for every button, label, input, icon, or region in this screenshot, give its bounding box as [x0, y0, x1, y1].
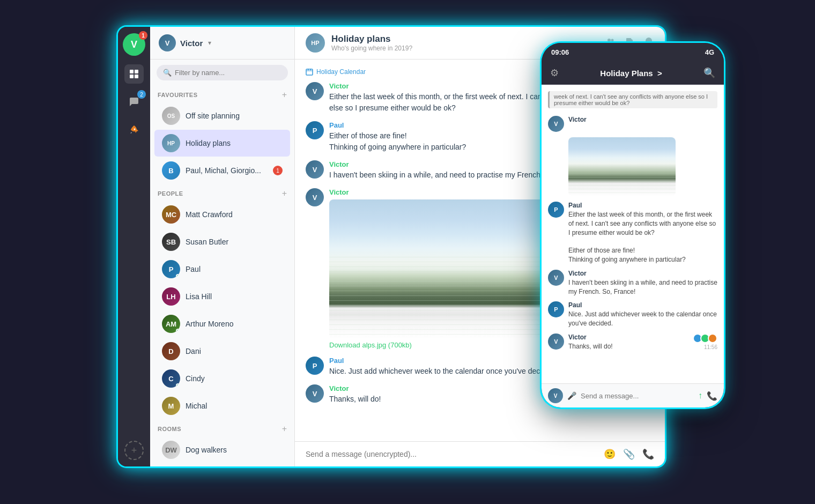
phone-msg-victor-1: V Victor I haven't been skiing in a whil… [548, 270, 717, 297]
icon-sidebar: V 1 2 [118, 27, 150, 466]
rooms-add-btn[interactable]: + [282, 424, 287, 434]
conv-name-group: Paul, Michal, Giorgio... [186, 166, 261, 175]
phone-msg-text-paul-1: Either the last week of this month, or t… [568, 210, 717, 264]
msg-avatar-victor-2: V [306, 160, 324, 179]
phone-msg-name-paul-2: Paul [568, 301, 717, 309]
conv-item-group[interactable]: B Paul, Michal, Giorgio... 1 [154, 157, 290, 184]
message-icon-btn[interactable]: 2 [124, 92, 144, 112]
people-section-header: PEOPLE + [150, 184, 294, 201]
svg-point-5 [607, 39, 611, 42]
conv-name-dani: Dani [186, 347, 201, 355]
conv-avatar-cindy: C [162, 369, 180, 388]
phone-avatar-victor-2: V [548, 270, 564, 286]
phone-avatar-paul-2: P [548, 301, 564, 317]
chat-input-icons: 🙂 📎 📞 [604, 448, 654, 460]
phone-msg-bubble-victor-2: Victor I haven't been skiing in a while,… [568, 270, 717, 297]
search-icon: 🔍 [163, 69, 172, 77]
conv-name-michal: Michal [186, 402, 207, 410]
grid-icon-btn[interactable] [124, 64, 144, 84]
phone-icon[interactable]: 📞 [642, 448, 654, 460]
conv-name-offsite: Off site planning [186, 112, 240, 120]
conv-avatar-susan: SB [162, 233, 180, 251]
add-workspace-btn[interactable]: + [124, 441, 144, 460]
phone-time: 09:06 [551, 48, 569, 56]
conv-name-holiday: Holiday plans [186, 139, 231, 147]
people-label: PEOPLE [158, 190, 183, 197]
msg-avatar-victor-4: V [306, 384, 324, 403]
conv-item-matt[interactable]: MC Matt Crawford [154, 201, 290, 228]
conv-item-cindy[interactable]: C Cindy [154, 365, 290, 392]
conv-item-arthur[interactable]: AM Arthur Moreno [154, 310, 290, 337]
conv-header: V Victor ▾ [150, 27, 294, 60]
conv-avatar-michal: M [162, 397, 180, 415]
search-input[interactable] [175, 69, 281, 77]
conv-name-dog: Dog walkers [186, 446, 227, 454]
phone-send-icon[interactable]: ↑ [698, 391, 702, 401]
conv-item-susan[interactable]: SB Susan Butler [154, 228, 290, 255]
conv-item-holiday[interactable]: HP Holiday plans [154, 130, 290, 157]
phone-call-icon[interactable]: 📞 [707, 391, 717, 401]
conv-name-lisa: Lisa Hill [186, 292, 212, 301]
conv-item-offsite[interactable]: OS Off site planning [154, 102, 290, 129]
phone-chat-input[interactable] [581, 392, 694, 400]
favourites-label: FAVOURITES [158, 92, 197, 98]
conv-name-paul: Paul [186, 265, 201, 273]
conv-header-avatar: V [159, 34, 176, 51]
quote-block: week of next. I can't see any conflicts … [548, 91, 717, 108]
conv-item-dog[interactable]: DW Dog walkers [154, 436, 290, 463]
conv-avatar-paul: P [162, 260, 180, 278]
user-avatar[interactable]: V 1 [123, 33, 145, 56]
msg-avatar-paul-1: P [306, 121, 324, 139]
phone-avatar-victor-final: V [548, 333, 564, 350]
online-dot-arthur [176, 329, 180, 333]
phone-input-icons: ↑ 📞 [698, 391, 717, 401]
svg-rect-0 [130, 70, 134, 73]
phone-avatar-paul-1: P [548, 202, 564, 218]
svg-point-6 [611, 39, 614, 41]
phone-msg-paul-2: P Paul Nice. Just add whichever week to … [548, 301, 717, 328]
conv-item-dani[interactable]: D Dani [154, 338, 290, 365]
phone-search-icon[interactable]: 🔍 [703, 67, 715, 79]
conv-avatar-lisa: LH [162, 287, 180, 306]
phone-gear-icon[interactable]: ⚙ [550, 67, 559, 79]
conv-item-paul[interactable]: P Paul [154, 256, 290, 283]
conv-avatar-matt: MC [162, 205, 180, 224]
msg-avatar-victor-3: V [306, 188, 324, 206]
grid-icon [129, 69, 139, 79]
conv-avatar-dani: D [162, 342, 180, 360]
search-box[interactable]: 🔍 [157, 65, 288, 80]
phone-avatar-victor-1: V [548, 116, 564, 132]
svg-rect-7 [306, 69, 313, 75]
phone-microphone-icon: 🎤 [567, 391, 576, 400]
attachment-icon[interactable]: 📎 [623, 448, 635, 460]
participant-3 [708, 333, 717, 343]
rocket-icon [129, 124, 139, 135]
conv-item-eng[interactable]: E Engineering [154, 464, 290, 466]
phone-msg-bubble-paul-2: Paul Nice. Just add whichever week to th… [568, 301, 717, 328]
phone-msg-text-victor-final: Thanks, will do! [568, 342, 691, 351]
rooms-label: ROOMS [158, 426, 181, 432]
phone-input-area: V 🎤 ↑ 📞 [542, 383, 724, 407]
conv-name-cindy: Cindy [186, 374, 205, 383]
chat-input[interactable] [306, 450, 598, 458]
people-add-btn[interactable]: + [282, 189, 287, 198]
msg-meta: 11:56 [695, 333, 717, 350]
conv-item-michal[interactable]: M Michal [154, 392, 290, 419]
conv-avatar-offsite: OS [162, 107, 180, 125]
svg-rect-3 [135, 75, 138, 78]
phone-msg-victor-img: V Victor [548, 116, 717, 132]
online-dot-paul [176, 274, 180, 278]
favourites-section-header: FAVOURITES + [150, 86, 294, 102]
emoji-icon[interactable]: 🙂 [604, 448, 616, 460]
online-dot-cindy [176, 383, 180, 388]
favourites-add-btn[interactable]: + [282, 90, 287, 100]
chat-header-avatar: HP [306, 33, 325, 53]
phone-msg-name-victor-2: Victor [568, 270, 717, 277]
svg-point-4 [134, 129, 136, 130]
conv-avatar-group: B [162, 161, 180, 180]
user-badge: 1 [139, 31, 147, 40]
participant-avatars [695, 333, 717, 343]
rocket-icon-btn[interactable] [124, 120, 144, 139]
phone-title: Holiday Plans > [564, 69, 698, 78]
conv-item-lisa[interactable]: LH Lisa Hill [154, 283, 290, 310]
